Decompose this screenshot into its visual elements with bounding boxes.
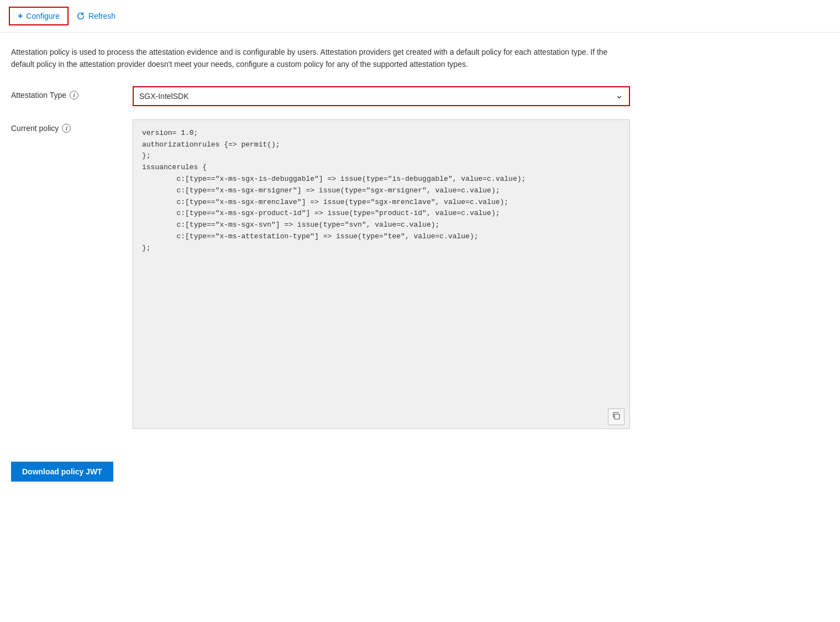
refresh-icon bbox=[76, 12, 85, 20]
refresh-button[interactable]: Refresh bbox=[69, 8, 123, 24]
current-policy-control: version= 1.0; authorizationrules {=> per… bbox=[133, 119, 630, 431]
form-section: Attestation Type i SGX-IntelSDK SGX-ECDS… bbox=[11, 86, 829, 431]
current-policy-label: Current policy i bbox=[11, 119, 122, 133]
copy-icon bbox=[612, 411, 621, 422]
description-text: Attestation policy is used to process th… bbox=[11, 46, 619, 71]
current-policy-row: Current policy i version= 1.0; authoriza… bbox=[11, 119, 829, 431]
policy-textarea[interactable]: version= 1.0; authorizationrules {=> per… bbox=[133, 119, 630, 429]
attestation-type-select-wrapper: SGX-IntelSDK SGX-ECDSA TPM OpenEnclave bbox=[133, 86, 630, 106]
svg-rect-0 bbox=[615, 414, 620, 419]
plus-icon: + bbox=[18, 11, 23, 21]
copy-policy-button[interactable] bbox=[608, 409, 624, 425]
configure-button[interactable]: + Configure bbox=[9, 7, 69, 25]
toolbar: + Configure Refresh bbox=[0, 0, 840, 33]
configure-label: Configure bbox=[26, 12, 60, 20]
download-policy-jwt-button[interactable]: Download policy JWT bbox=[11, 462, 113, 482]
attestation-type-control: SGX-IntelSDK SGX-ECDSA TPM OpenEnclave bbox=[133, 86, 630, 106]
attestation-type-label: Attestation Type i bbox=[11, 86, 122, 100]
attestation-type-info-icon[interactable]: i bbox=[70, 91, 78, 100]
main-content: Attestation policy is used to process th… bbox=[0, 33, 840, 444]
refresh-label: Refresh bbox=[88, 12, 116, 20]
policy-container: version= 1.0; authorizationrules {=> per… bbox=[133, 119, 630, 431]
current-policy-info-icon[interactable]: i bbox=[62, 124, 71, 133]
attestation-type-row: Attestation Type i SGX-IntelSDK SGX-ECDS… bbox=[11, 86, 829, 106]
attestation-type-select[interactable]: SGX-IntelSDK SGX-ECDSA TPM OpenEnclave bbox=[133, 86, 630, 106]
bottom-section: Download policy JWT bbox=[0, 444, 840, 490]
